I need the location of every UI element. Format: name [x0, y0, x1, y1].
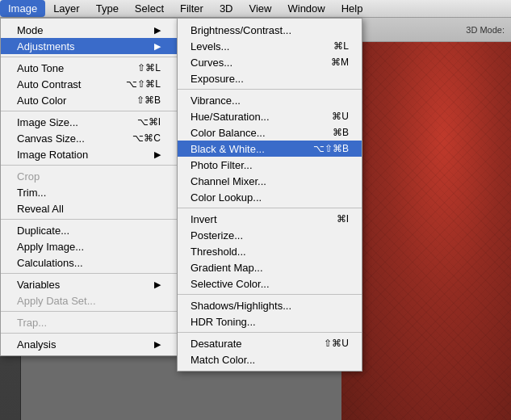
menubar-item-image[interactable]: Image — [0, 0, 45, 17]
submenu-curves-shortcut: ⌘M — [331, 57, 349, 68]
menu-item-image-size[interactable]: Image Size... ⌥⌘I — [1, 114, 177, 130]
submenu-desaturate-shortcut: ⇧⌘U — [324, 338, 349, 349]
menu-item-canvas-size-label: Canvas Size... — [17, 132, 85, 145]
adjustments-submenu: Brightness/Contrast... Levels... ⌘L Curv… — [177, 18, 362, 372]
submenu-photo-filter[interactable]: Photo Filter... — [178, 157, 362, 173]
separator-2 — [1, 111, 177, 111]
submenu-hue-saturation-label: Hue/Saturation... — [191, 111, 270, 123]
menu-item-calculations-label: Calculations... — [17, 257, 83, 269]
menu-item-variables[interactable]: Variables ▶ — [1, 276, 177, 292]
menu-item-mode[interactable]: Mode ▶ — [1, 22, 177, 38]
submenu-threshold[interactable]: Threshold... — [178, 243, 362, 259]
separator-3 — [1, 165, 177, 166]
submenu-color-balance-shortcut: ⌘B — [333, 127, 349, 138]
submenu-brightness-contrast[interactable]: Brightness/Contrast... — [178, 22, 362, 38]
submenu-curves-label: Curves... — [191, 57, 232, 69]
submenu-threshold-label: Threshold... — [191, 246, 246, 258]
submenu-color-lookup[interactable]: Color Lookup... — [178, 189, 362, 205]
submenu-posterize[interactable]: Posterize... — [178, 227, 362, 243]
submenu-vibrance-label: Vibrance... — [191, 94, 241, 107]
menu-item-reveal-all-label: Reveal All — [17, 203, 64, 215]
submenu-color-balance[interactable]: Color Balance... ⌘B — [178, 124, 362, 141]
submenu-hdr-toning[interactable]: HDR Toning... — [178, 313, 362, 330]
canvas-texture — [341, 18, 511, 420]
menu-item-auto-contrast-shortcut: ⌥⇧⌘L — [126, 78, 161, 90]
menu-item-auto-tone[interactable]: Auto Tone ⇧⌘L — [1, 60, 177, 76]
menubar-item-3d[interactable]: 3D — [212, 0, 241, 17]
menubar-item-filter[interactable]: Filter — [172, 0, 212, 17]
submenu-brightness-contrast-label: Brightness/Contrast... — [191, 24, 291, 36]
menu-item-mode-arrow: ▶ — [154, 25, 161, 36]
menu-item-apply-image[interactable]: Apply Image... — [1, 238, 177, 254]
separator-5 — [1, 273, 177, 274]
submenu-levels[interactable]: Levels... ⌘L — [178, 38, 362, 54]
submenu-gradient-map[interactable]: Gradient Map... — [178, 259, 362, 275]
menubar: Image Layer Type Select Filter 3D View W… — [0, 0, 511, 18]
submenu-separator-1 — [178, 89, 362, 90]
menu-item-analysis[interactable]: Analysis ▶ — [1, 336, 177, 352]
submenu-black-white[interactable]: Black & White... ⌥⇧⌘B — [178, 141, 362, 157]
submenu-exposure-label: Exposure... — [191, 73, 244, 85]
submenu-vibrance[interactable]: Vibrance... — [178, 92, 362, 108]
submenu-hdr-toning-label: HDR Toning... — [191, 316, 256, 328]
menu-item-adjustments[interactable]: Adjustments ▶ — [1, 38, 177, 54]
menu-item-variables-label: Variables — [17, 279, 60, 291]
menu-item-auto-tone-shortcut: ⇧⌘L — [137, 62, 161, 74]
3d-mode-label: 3D Mode: — [466, 25, 505, 35]
submenu-black-white-shortcut: ⌥⇧⌘B — [313, 143, 349, 154]
submenu-hue-saturation[interactable]: Hue/Saturation... ⌘U — [178, 108, 362, 124]
submenu-exposure[interactable]: Exposure... — [178, 70, 362, 86]
submenu-color-lookup-label: Color Lookup... — [191, 191, 262, 204]
submenu-selective-color[interactable]: Selective Color... — [178, 275, 362, 292]
menu-item-apply-image-label: Apply Image... — [17, 241, 84, 253]
menu-item-auto-contrast[interactable]: Auto Contrast ⌥⇧⌘L — [1, 76, 177, 92]
menu-item-crop-label: Crop — [17, 170, 40, 183]
menu-item-trap-label: Trap... — [17, 317, 47, 329]
submenu-levels-shortcut: ⌘L — [333, 40, 349, 52]
submenu-shadows-highlights[interactable]: Shadows/Highlights... — [178, 297, 362, 313]
menu-item-duplicate[interactable]: Duplicate... — [1, 222, 177, 238]
submenu-match-color-label: Match Color... — [191, 354, 255, 366]
submenu-invert[interactable]: Invert ⌘I — [178, 211, 362, 227]
menu-item-mode-label: Mode — [17, 24, 44, 36]
submenu-desaturate-label: Desaturate — [191, 338, 242, 350]
menu-item-analysis-arrow: ▶ — [154, 339, 161, 350]
submenu-hue-saturation-shortcut: ⌘U — [332, 111, 349, 122]
submenu-color-balance-label: Color Balance... — [191, 127, 266, 139]
menu-item-apply-data-set-label: Apply Data Set... — [17, 295, 96, 307]
menu-item-trim[interactable]: Trim... — [1, 184, 177, 200]
menu-item-duplicate-label: Duplicate... — [17, 225, 69, 237]
submenu-black-white-label: Black & White... — [191, 143, 265, 155]
menu-item-canvas-size[interactable]: Canvas Size... ⌥⌘C — [1, 130, 177, 146]
menu-item-adjustments-label: Adjustments — [17, 40, 75, 52]
menubar-item-select[interactable]: Select — [127, 0, 172, 17]
menu-item-auto-color-label: Auto Color — [17, 94, 66, 107]
menubar-item-help[interactable]: Help — [333, 0, 371, 17]
submenu-curves[interactable]: Curves... ⌘M — [178, 54, 362, 70]
submenu-gradient-map-label: Gradient Map... — [191, 262, 263, 274]
menubar-item-view[interactable]: View — [241, 0, 280, 17]
submenu-channel-mixer[interactable]: Channel Mixer... — [178, 173, 362, 189]
menubar-item-layer[interactable]: Layer — [45, 0, 88, 17]
menu-item-auto-contrast-label: Auto Contrast — [17, 78, 82, 90]
menu-item-adjustments-arrow: ▶ — [154, 41, 161, 52]
submenu-invert-shortcut: ⌘I — [337, 213, 349, 225]
menu-item-image-rotation-arrow: ▶ — [154, 149, 161, 160]
submenu-shadows-highlights-label: Shadows/Highlights... — [191, 300, 291, 312]
submenu-separator-3 — [178, 294, 362, 295]
submenu-separator-4 — [178, 332, 362, 333]
menu-item-trap: Trap... — [1, 314, 177, 330]
submenu-desaturate[interactable]: Desaturate ⇧⌘U — [178, 335, 362, 351]
submenu-match-color[interactable]: Match Color... — [178, 351, 362, 368]
submenu-levels-label: Levels... — [191, 40, 229, 52]
menu-item-crop: Crop — [1, 168, 177, 184]
menubar-item-type[interactable]: Type — [88, 0, 127, 17]
menu-item-image-rotation[interactable]: Image Rotation ▶ — [1, 146, 177, 162]
menubar-item-window[interactable]: Window — [279, 0, 333, 17]
submenu-posterize-label: Posterize... — [191, 229, 243, 242]
menu-item-calculations[interactable]: Calculations... — [1, 254, 177, 271]
menu-item-image-rotation-label: Image Rotation — [17, 149, 88, 161]
menu-item-auto-color[interactable]: Auto Color ⇧⌘B — [1, 92, 177, 108]
menu-item-reveal-all[interactable]: Reveal All — [1, 200, 177, 216]
submenu-channel-mixer-label: Channel Mixer... — [191, 175, 266, 187]
